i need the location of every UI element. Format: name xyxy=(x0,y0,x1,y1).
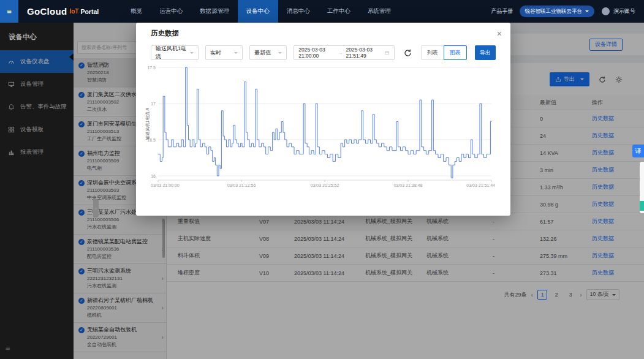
platform-select[interactable]: 锐谷智联工业物联云平台 xyxy=(520,6,595,17)
svg-text:03/03 21:51:44: 03/03 21:51:44 xyxy=(466,183,495,187)
navbar-right: 产品手册 锐谷智联工业物联云平台 演示账号 xyxy=(491,0,644,23)
top-navbar: ≡ GoCloud IoT Portal 概览 运营中心 数据源管理 设 xyxy=(0,0,644,23)
line-chart-svg: 1616.51717.503/03 21:00:0003/03 21:12:56… xyxy=(145,62,499,192)
nav-item[interactable]: 工作中心 xyxy=(319,0,359,23)
chevron-down-icon xyxy=(190,52,194,56)
account-name: 演示账号 xyxy=(613,7,635,15)
svg-text:输送风机1电流 A: 输送风机1电流 A xyxy=(145,107,150,140)
logo-portal: Portal xyxy=(80,8,99,15)
logo-gocloud: GoCloud xyxy=(27,6,67,17)
browser-side-strip xyxy=(640,162,644,213)
logo: GoCloud IoT Portal xyxy=(27,0,99,23)
close-icon[interactable]: × xyxy=(497,29,502,38)
nav-item-label: 数据源管理 xyxy=(200,7,229,15)
chevron-down-icon xyxy=(234,52,238,56)
nav-menu: 概览 运营中心 数据源管理 设备中心 消息中心 工 xyxy=(122,0,400,23)
date-end-value: 2025-03-03 21:51:49 xyxy=(346,47,382,59)
modal-filters: 输送风机1电流 实时 最新值 2025-03-03 21:00:00 → 202… xyxy=(151,45,496,60)
svg-text:03/03 21:25:52: 03/03 21:25:52 xyxy=(311,183,339,187)
date-range-picker[interactable]: 2025-03-03 21:00:00 → 2025-03-03 21:51:4… xyxy=(294,45,395,60)
svg-text:17: 17 xyxy=(151,102,156,106)
svg-text:03/03 21:38:48: 03/03 21:38:48 xyxy=(394,183,423,187)
modal-title: 历史数据 xyxy=(151,29,179,38)
nav-item-label: 运营中心 xyxy=(159,7,183,15)
svg-text:03/03 21:00:00: 03/03 21:00:00 xyxy=(151,183,180,187)
menu-hamburger-button[interactable]: ≡ xyxy=(0,0,18,23)
product-manual-link[interactable]: 产品手册 xyxy=(491,7,513,15)
chevron-down-icon xyxy=(278,52,282,56)
logo-iot: IoT xyxy=(69,8,78,15)
chart-view-button[interactable]: 图表 xyxy=(444,45,467,60)
nav-item[interactable]: 运营中心 xyxy=(151,0,191,23)
nav-item[interactable]: 设备中心 xyxy=(238,0,278,23)
nav-item-label: 工作中心 xyxy=(327,7,350,15)
aggregate-select-value: 最新值 xyxy=(254,49,271,57)
nav-item[interactable]: 数据源管理 xyxy=(191,0,238,23)
avatar[interactable] xyxy=(602,7,610,15)
list-view-button[interactable]: 列表 xyxy=(421,45,444,60)
date-start-value: 2025-03-03 21:00:00 xyxy=(298,47,335,59)
svg-text:17.5: 17.5 xyxy=(147,66,156,70)
nav-item-label: 设备中心 xyxy=(246,7,270,15)
property-select-value: 输送风机1电流 xyxy=(156,45,190,61)
svg-text:16: 16 xyxy=(151,174,156,178)
nav-item[interactable]: 系统管理 xyxy=(359,0,400,23)
nav-item-label: 概览 xyxy=(131,7,142,15)
nav-item[interactable]: 概览 xyxy=(122,0,151,23)
history-data-modal: 历史数据 × 输送风机1电流 实时 最新值 2025-03-03 21:00:0… xyxy=(136,23,510,216)
chevron-down-icon xyxy=(585,10,589,14)
platform-select-label: 锐谷智联工业物联云平台 xyxy=(525,8,583,15)
svg-text:03/03 21:12:56: 03/03 21:12:56 xyxy=(227,183,256,187)
mode-select-value: 实时 xyxy=(210,49,221,57)
history-chart: 1616.51717.503/03 21:00:0003/03 21:12:56… xyxy=(145,62,501,195)
nav-item-label: 消息中心 xyxy=(287,7,310,15)
nav-item-label: 系统管理 xyxy=(368,7,391,15)
translate-badge[interactable]: 译 xyxy=(632,145,644,157)
arrow-right-icon: → xyxy=(338,50,343,56)
aggregate-select[interactable]: 最新值 xyxy=(249,45,287,60)
mode-select[interactable]: 实时 xyxy=(205,45,243,60)
page: ≡ GoCloud IoT Portal 概览 运营中心 数据源管理 设 xyxy=(0,0,644,359)
view-toggle: 列表 图表 xyxy=(421,45,467,60)
modal-refresh-icon[interactable] xyxy=(404,48,412,57)
property-select[interactable]: 输送风机1电流 xyxy=(151,45,199,60)
calendar-icon xyxy=(385,50,389,56)
nav-item[interactable]: 消息中心 xyxy=(278,0,319,23)
modal-export-button[interactable]: 导出 xyxy=(475,45,496,60)
